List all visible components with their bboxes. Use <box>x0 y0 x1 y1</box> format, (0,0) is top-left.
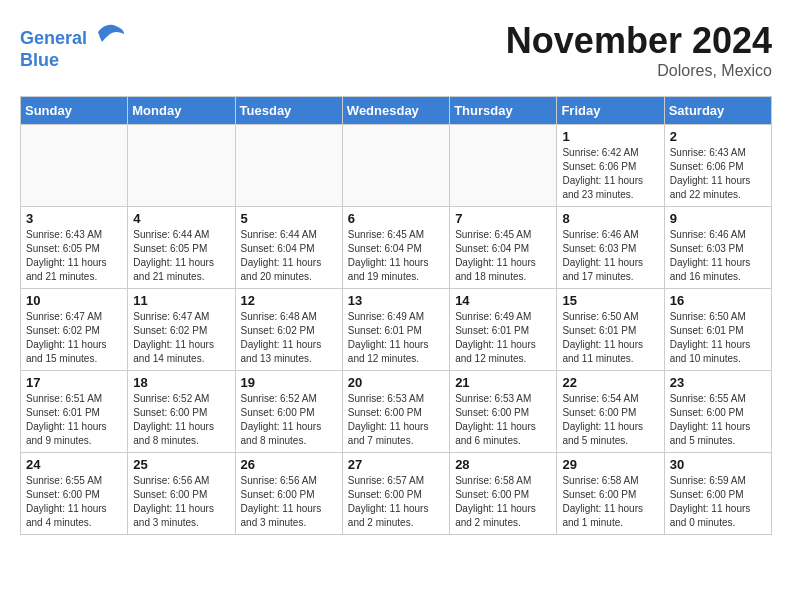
calendar-table: SundayMondayTuesdayWednesdayThursdayFrid… <box>20 96 772 535</box>
day-info: Sunrise: 6:47 AM Sunset: 6:02 PM Dayligh… <box>26 310 122 366</box>
calendar-cell: 19Sunrise: 6:52 AM Sunset: 6:00 PM Dayli… <box>235 371 342 453</box>
day-number: 4 <box>133 211 229 226</box>
calendar-cell: 15Sunrise: 6:50 AM Sunset: 6:01 PM Dayli… <box>557 289 664 371</box>
logo-text: General <box>20 20 126 50</box>
day-number: 21 <box>455 375 551 390</box>
day-number: 30 <box>670 457 766 472</box>
calendar-cell: 3Sunrise: 6:43 AM Sunset: 6:05 PM Daylig… <box>21 207 128 289</box>
day-number: 27 <box>348 457 444 472</box>
calendar-cell: 1Sunrise: 6:42 AM Sunset: 6:06 PM Daylig… <box>557 125 664 207</box>
day-number: 17 <box>26 375 122 390</box>
day-info: Sunrise: 6:58 AM Sunset: 6:00 PM Dayligh… <box>455 474 551 530</box>
calendar-cell: 18Sunrise: 6:52 AM Sunset: 6:00 PM Dayli… <box>128 371 235 453</box>
day-info: Sunrise: 6:46 AM Sunset: 6:03 PM Dayligh… <box>670 228 766 284</box>
calendar-cell: 20Sunrise: 6:53 AM Sunset: 6:00 PM Dayli… <box>342 371 449 453</box>
calendar-cell: 16Sunrise: 6:50 AM Sunset: 6:01 PM Dayli… <box>664 289 771 371</box>
logo-blue-text: Blue <box>20 50 126 72</box>
calendar-cell: 25Sunrise: 6:56 AM Sunset: 6:00 PM Dayli… <box>128 453 235 535</box>
day-number: 23 <box>670 375 766 390</box>
day-info: Sunrise: 6:47 AM Sunset: 6:02 PM Dayligh… <box>133 310 229 366</box>
day-info: Sunrise: 6:52 AM Sunset: 6:00 PM Dayligh… <box>133 392 229 448</box>
day-number: 7 <box>455 211 551 226</box>
calendar-cell: 17Sunrise: 6:51 AM Sunset: 6:01 PM Dayli… <box>21 371 128 453</box>
day-info: Sunrise: 6:45 AM Sunset: 6:04 PM Dayligh… <box>348 228 444 284</box>
calendar-cell: 22Sunrise: 6:54 AM Sunset: 6:00 PM Dayli… <box>557 371 664 453</box>
weekday-header-sunday: Sunday <box>21 97 128 125</box>
day-number: 16 <box>670 293 766 308</box>
day-number: 14 <box>455 293 551 308</box>
day-info: Sunrise: 6:50 AM Sunset: 6:01 PM Dayligh… <box>670 310 766 366</box>
day-number: 19 <box>241 375 337 390</box>
day-info: Sunrise: 6:48 AM Sunset: 6:02 PM Dayligh… <box>241 310 337 366</box>
calendar-week-2: 3Sunrise: 6:43 AM Sunset: 6:05 PM Daylig… <box>21 207 772 289</box>
weekday-header-friday: Friday <box>557 97 664 125</box>
calendar-week-3: 10Sunrise: 6:47 AM Sunset: 6:02 PM Dayli… <box>21 289 772 371</box>
weekday-header-wednesday: Wednesday <box>342 97 449 125</box>
day-number: 3 <box>26 211 122 226</box>
calendar-week-1: 1Sunrise: 6:42 AM Sunset: 6:06 PM Daylig… <box>21 125 772 207</box>
day-number: 25 <box>133 457 229 472</box>
day-number: 26 <box>241 457 337 472</box>
day-info: Sunrise: 6:51 AM Sunset: 6:01 PM Dayligh… <box>26 392 122 448</box>
day-info: Sunrise: 6:49 AM Sunset: 6:01 PM Dayligh… <box>455 310 551 366</box>
calendar-cell <box>235 125 342 207</box>
calendar-cell: 9Sunrise: 6:46 AM Sunset: 6:03 PM Daylig… <box>664 207 771 289</box>
location-subtitle: Dolores, Mexico <box>506 62 772 80</box>
weekday-header-thursday: Thursday <box>450 97 557 125</box>
calendar-cell: 5Sunrise: 6:44 AM Sunset: 6:04 PM Daylig… <box>235 207 342 289</box>
calendar-cell <box>450 125 557 207</box>
calendar-cell: 24Sunrise: 6:55 AM Sunset: 6:00 PM Dayli… <box>21 453 128 535</box>
day-number: 28 <box>455 457 551 472</box>
calendar-cell: 10Sunrise: 6:47 AM Sunset: 6:02 PM Dayli… <box>21 289 128 371</box>
day-info: Sunrise: 6:44 AM Sunset: 6:05 PM Dayligh… <box>133 228 229 284</box>
day-number: 13 <box>348 293 444 308</box>
day-number: 8 <box>562 211 658 226</box>
calendar-cell <box>342 125 449 207</box>
day-number: 18 <box>133 375 229 390</box>
day-info: Sunrise: 6:56 AM Sunset: 6:00 PM Dayligh… <box>241 474 337 530</box>
day-number: 1 <box>562 129 658 144</box>
day-number: 20 <box>348 375 444 390</box>
calendar-cell: 7Sunrise: 6:45 AM Sunset: 6:04 PM Daylig… <box>450 207 557 289</box>
day-number: 10 <box>26 293 122 308</box>
month-title: November 2024 <box>506 20 772 62</box>
calendar-cell: 13Sunrise: 6:49 AM Sunset: 6:01 PM Dayli… <box>342 289 449 371</box>
title-block: November 2024 Dolores, Mexico <box>506 20 772 80</box>
weekday-header-saturday: Saturday <box>664 97 771 125</box>
weekday-header-tuesday: Tuesday <box>235 97 342 125</box>
calendar-cell: 12Sunrise: 6:48 AM Sunset: 6:02 PM Dayli… <box>235 289 342 371</box>
calendar-cell: 30Sunrise: 6:59 AM Sunset: 6:00 PM Dayli… <box>664 453 771 535</box>
day-number: 22 <box>562 375 658 390</box>
calendar-cell <box>128 125 235 207</box>
day-number: 15 <box>562 293 658 308</box>
day-info: Sunrise: 6:55 AM Sunset: 6:00 PM Dayligh… <box>26 474 122 530</box>
day-info: Sunrise: 6:43 AM Sunset: 6:05 PM Dayligh… <box>26 228 122 284</box>
weekday-header-row: SundayMondayTuesdayWednesdayThursdayFrid… <box>21 97 772 125</box>
day-number: 9 <box>670 211 766 226</box>
day-info: Sunrise: 6:42 AM Sunset: 6:06 PM Dayligh… <box>562 146 658 202</box>
calendar-cell: 26Sunrise: 6:56 AM Sunset: 6:00 PM Dayli… <box>235 453 342 535</box>
day-info: Sunrise: 6:55 AM Sunset: 6:00 PM Dayligh… <box>670 392 766 448</box>
day-info: Sunrise: 6:46 AM Sunset: 6:03 PM Dayligh… <box>562 228 658 284</box>
weekday-header-monday: Monday <box>128 97 235 125</box>
day-info: Sunrise: 6:50 AM Sunset: 6:01 PM Dayligh… <box>562 310 658 366</box>
day-info: Sunrise: 6:49 AM Sunset: 6:01 PM Dayligh… <box>348 310 444 366</box>
calendar-cell: 11Sunrise: 6:47 AM Sunset: 6:02 PM Dayli… <box>128 289 235 371</box>
logo: General Blue <box>20 20 126 71</box>
day-info: Sunrise: 6:57 AM Sunset: 6:00 PM Dayligh… <box>348 474 444 530</box>
calendar-cell: 6Sunrise: 6:45 AM Sunset: 6:04 PM Daylig… <box>342 207 449 289</box>
day-info: Sunrise: 6:53 AM Sunset: 6:00 PM Dayligh… <box>455 392 551 448</box>
day-number: 29 <box>562 457 658 472</box>
calendar-cell: 28Sunrise: 6:58 AM Sunset: 6:00 PM Dayli… <box>450 453 557 535</box>
calendar-week-4: 17Sunrise: 6:51 AM Sunset: 6:01 PM Dayli… <box>21 371 772 453</box>
day-info: Sunrise: 6:44 AM Sunset: 6:04 PM Dayligh… <box>241 228 337 284</box>
calendar-cell: 4Sunrise: 6:44 AM Sunset: 6:05 PM Daylig… <box>128 207 235 289</box>
day-info: Sunrise: 6:53 AM Sunset: 6:00 PM Dayligh… <box>348 392 444 448</box>
day-info: Sunrise: 6:56 AM Sunset: 6:00 PM Dayligh… <box>133 474 229 530</box>
calendar-cell: 23Sunrise: 6:55 AM Sunset: 6:00 PM Dayli… <box>664 371 771 453</box>
day-info: Sunrise: 6:59 AM Sunset: 6:00 PM Dayligh… <box>670 474 766 530</box>
day-info: Sunrise: 6:54 AM Sunset: 6:00 PM Dayligh… <box>562 392 658 448</box>
day-info: Sunrise: 6:45 AM Sunset: 6:04 PM Dayligh… <box>455 228 551 284</box>
day-number: 12 <box>241 293 337 308</box>
day-info: Sunrise: 6:43 AM Sunset: 6:06 PM Dayligh… <box>670 146 766 202</box>
